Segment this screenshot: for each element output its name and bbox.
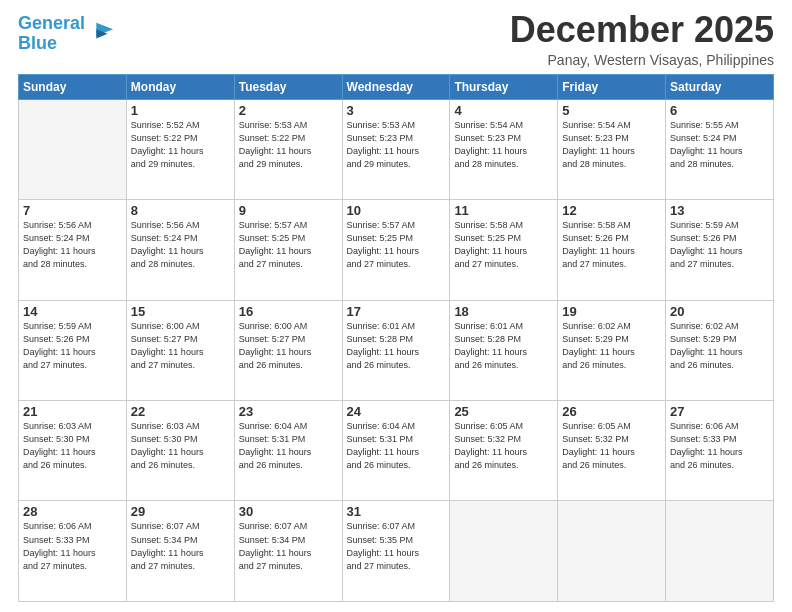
day-cell: 11Sunrise: 5:58 AM Sunset: 5:25 PM Dayli… bbox=[450, 200, 558, 300]
day-number: 27 bbox=[670, 404, 769, 419]
day-cell: 23Sunrise: 6:04 AM Sunset: 5:31 PM Dayli… bbox=[234, 401, 342, 501]
day-info: Sunrise: 5:58 AM Sunset: 5:25 PM Dayligh… bbox=[454, 219, 553, 271]
header-sunday: Sunday bbox=[19, 74, 127, 99]
logo-blue: Blue bbox=[18, 33, 57, 53]
day-cell: 12Sunrise: 5:58 AM Sunset: 5:26 PM Dayli… bbox=[558, 200, 666, 300]
week-row-3: 14Sunrise: 5:59 AM Sunset: 5:26 PM Dayli… bbox=[19, 300, 774, 400]
day-number: 9 bbox=[239, 203, 338, 218]
day-number: 10 bbox=[347, 203, 446, 218]
day-number: 17 bbox=[347, 304, 446, 319]
day-info: Sunrise: 5:52 AM Sunset: 5:22 PM Dayligh… bbox=[131, 119, 230, 171]
day-cell: 26Sunrise: 6:05 AM Sunset: 5:32 PM Dayli… bbox=[558, 401, 666, 501]
day-cell: 16Sunrise: 6:00 AM Sunset: 5:27 PM Dayli… bbox=[234, 300, 342, 400]
day-info: Sunrise: 6:00 AM Sunset: 5:27 PM Dayligh… bbox=[239, 320, 338, 372]
week-row-5: 28Sunrise: 6:06 AM Sunset: 5:33 PM Dayli… bbox=[19, 501, 774, 602]
day-number: 6 bbox=[670, 103, 769, 118]
day-cell: 19Sunrise: 6:02 AM Sunset: 5:29 PM Dayli… bbox=[558, 300, 666, 400]
day-cell: 22Sunrise: 6:03 AM Sunset: 5:30 PM Dayli… bbox=[126, 401, 234, 501]
day-number: 12 bbox=[562, 203, 661, 218]
day-cell: 27Sunrise: 6:06 AM Sunset: 5:33 PM Dayli… bbox=[666, 401, 774, 501]
day-info: Sunrise: 6:00 AM Sunset: 5:27 PM Dayligh… bbox=[131, 320, 230, 372]
day-info: Sunrise: 6:07 AM Sunset: 5:34 PM Dayligh… bbox=[131, 520, 230, 572]
day-number: 13 bbox=[670, 203, 769, 218]
day-cell: 30Sunrise: 6:07 AM Sunset: 5:34 PM Dayli… bbox=[234, 501, 342, 602]
header-saturday: Saturday bbox=[666, 74, 774, 99]
day-cell: 5Sunrise: 5:54 AM Sunset: 5:23 PM Daylig… bbox=[558, 99, 666, 199]
day-info: Sunrise: 6:02 AM Sunset: 5:29 PM Dayligh… bbox=[562, 320, 661, 372]
day-number: 24 bbox=[347, 404, 446, 419]
day-cell: 4Sunrise: 5:54 AM Sunset: 5:23 PM Daylig… bbox=[450, 99, 558, 199]
header-wednesday: Wednesday bbox=[342, 74, 450, 99]
day-number: 31 bbox=[347, 504, 446, 519]
day-cell: 8Sunrise: 5:56 AM Sunset: 5:24 PM Daylig… bbox=[126, 200, 234, 300]
day-cell: 1Sunrise: 5:52 AM Sunset: 5:22 PM Daylig… bbox=[126, 99, 234, 199]
day-info: Sunrise: 6:03 AM Sunset: 5:30 PM Dayligh… bbox=[23, 420, 122, 472]
header-monday: Monday bbox=[126, 74, 234, 99]
day-info: Sunrise: 5:59 AM Sunset: 5:26 PM Dayligh… bbox=[23, 320, 122, 372]
day-info: Sunrise: 5:55 AM Sunset: 5:24 PM Dayligh… bbox=[670, 119, 769, 171]
day-cell bbox=[450, 501, 558, 602]
day-number: 22 bbox=[131, 404, 230, 419]
day-cell bbox=[666, 501, 774, 602]
day-info: Sunrise: 6:04 AM Sunset: 5:31 PM Dayligh… bbox=[239, 420, 338, 472]
day-number: 25 bbox=[454, 404, 553, 419]
day-info: Sunrise: 6:05 AM Sunset: 5:32 PM Dayligh… bbox=[454, 420, 553, 472]
day-info: Sunrise: 6:03 AM Sunset: 5:30 PM Dayligh… bbox=[131, 420, 230, 472]
week-row-2: 7Sunrise: 5:56 AM Sunset: 5:24 PM Daylig… bbox=[19, 200, 774, 300]
day-cell: 3Sunrise: 5:53 AM Sunset: 5:23 PM Daylig… bbox=[342, 99, 450, 199]
day-cell: 29Sunrise: 6:07 AM Sunset: 5:34 PM Dayli… bbox=[126, 501, 234, 602]
day-info: Sunrise: 5:53 AM Sunset: 5:23 PM Dayligh… bbox=[347, 119, 446, 171]
day-cell: 6Sunrise: 5:55 AM Sunset: 5:24 PM Daylig… bbox=[666, 99, 774, 199]
day-number: 28 bbox=[23, 504, 122, 519]
day-number: 8 bbox=[131, 203, 230, 218]
day-number: 21 bbox=[23, 404, 122, 419]
day-info: Sunrise: 5:58 AM Sunset: 5:26 PM Dayligh… bbox=[562, 219, 661, 271]
day-number: 5 bbox=[562, 103, 661, 118]
day-cell: 17Sunrise: 6:01 AM Sunset: 5:28 PM Dayli… bbox=[342, 300, 450, 400]
day-number: 4 bbox=[454, 103, 553, 118]
day-cell: 21Sunrise: 6:03 AM Sunset: 5:30 PM Dayli… bbox=[19, 401, 127, 501]
day-cell: 14Sunrise: 5:59 AM Sunset: 5:26 PM Dayli… bbox=[19, 300, 127, 400]
logo-icon bbox=[87, 18, 115, 46]
day-cell: 9Sunrise: 5:57 AM Sunset: 5:25 PM Daylig… bbox=[234, 200, 342, 300]
day-cell: 28Sunrise: 6:06 AM Sunset: 5:33 PM Dayli… bbox=[19, 501, 127, 602]
day-cell: 7Sunrise: 5:56 AM Sunset: 5:24 PM Daylig… bbox=[19, 200, 127, 300]
page: General Blue December 2025 Panay, Wester… bbox=[0, 0, 792, 612]
day-number: 18 bbox=[454, 304, 553, 319]
day-number: 26 bbox=[562, 404, 661, 419]
day-number: 2 bbox=[239, 103, 338, 118]
day-number: 1 bbox=[131, 103, 230, 118]
day-info: Sunrise: 6:01 AM Sunset: 5:28 PM Dayligh… bbox=[347, 320, 446, 372]
day-cell: 18Sunrise: 6:01 AM Sunset: 5:28 PM Dayli… bbox=[450, 300, 558, 400]
day-cell bbox=[19, 99, 127, 199]
day-number: 14 bbox=[23, 304, 122, 319]
day-info: Sunrise: 6:06 AM Sunset: 5:33 PM Dayligh… bbox=[23, 520, 122, 572]
day-number: 19 bbox=[562, 304, 661, 319]
day-info: Sunrise: 6:05 AM Sunset: 5:32 PM Dayligh… bbox=[562, 420, 661, 472]
week-row-1: 1Sunrise: 5:52 AM Sunset: 5:22 PM Daylig… bbox=[19, 99, 774, 199]
day-number: 7 bbox=[23, 203, 122, 218]
header-friday: Friday bbox=[558, 74, 666, 99]
day-number: 29 bbox=[131, 504, 230, 519]
title-block: December 2025 Panay, Western Visayas, Ph… bbox=[510, 10, 774, 68]
header-thursday: Thursday bbox=[450, 74, 558, 99]
day-number: 16 bbox=[239, 304, 338, 319]
day-number: 30 bbox=[239, 504, 338, 519]
day-info: Sunrise: 6:07 AM Sunset: 5:34 PM Dayligh… bbox=[239, 520, 338, 572]
day-info: Sunrise: 6:04 AM Sunset: 5:31 PM Dayligh… bbox=[347, 420, 446, 472]
day-info: Sunrise: 6:02 AM Sunset: 5:29 PM Dayligh… bbox=[670, 320, 769, 372]
location-subtitle: Panay, Western Visayas, Philippines bbox=[510, 52, 774, 68]
day-info: Sunrise: 5:57 AM Sunset: 5:25 PM Dayligh… bbox=[347, 219, 446, 271]
day-cell: 20Sunrise: 6:02 AM Sunset: 5:29 PM Dayli… bbox=[666, 300, 774, 400]
day-info: Sunrise: 5:53 AM Sunset: 5:22 PM Dayligh… bbox=[239, 119, 338, 171]
day-number: 15 bbox=[131, 304, 230, 319]
day-info: Sunrise: 5:59 AM Sunset: 5:26 PM Dayligh… bbox=[670, 219, 769, 271]
logo: General Blue bbox=[18, 14, 115, 54]
day-info: Sunrise: 5:56 AM Sunset: 5:24 PM Dayligh… bbox=[23, 219, 122, 271]
calendar-table: Sunday Monday Tuesday Wednesday Thursday… bbox=[18, 74, 774, 602]
day-cell: 31Sunrise: 6:07 AM Sunset: 5:35 PM Dayli… bbox=[342, 501, 450, 602]
day-info: Sunrise: 6:06 AM Sunset: 5:33 PM Dayligh… bbox=[670, 420, 769, 472]
day-cell: 15Sunrise: 6:00 AM Sunset: 5:27 PM Dayli… bbox=[126, 300, 234, 400]
header-tuesday: Tuesday bbox=[234, 74, 342, 99]
day-cell: 24Sunrise: 6:04 AM Sunset: 5:31 PM Dayli… bbox=[342, 401, 450, 501]
